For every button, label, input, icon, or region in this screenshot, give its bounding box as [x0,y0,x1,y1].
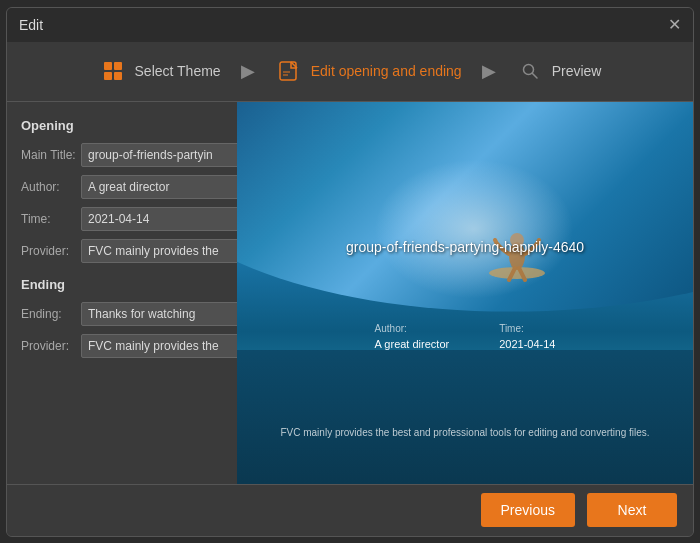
previous-button[interactable]: Previous [481,493,575,527]
edit-dialog: Edit ✕ Select Theme ▶ [6,7,694,537]
footer: Previous Next [7,484,693,536]
step-preview[interactable]: Preview [500,57,618,85]
toolbar: Select Theme ▶ Edit opening and ending ▶ [7,42,693,102]
step-edit-opening[interactable]: Edit opening and ending [259,57,478,85]
provider-input[interactable] [81,239,237,263]
time-col: Time: 2021-04-14 [499,323,555,350]
step-preview-label: Preview [552,63,602,79]
search-icon [516,57,544,85]
ending-section: Ending Ending: Provider: [21,277,223,358]
svg-rect-3 [114,72,122,80]
field-row-ending-provider: Provider: [21,334,223,358]
right-panel: group-of-friends-partying-happily-4640 A… [237,102,693,484]
preview-provider: FVC mainly provides the best and profess… [280,427,649,438]
step-select-theme[interactable]: Select Theme [83,57,237,85]
preview-background: group-of-friends-partying-happily-4640 A… [237,102,693,484]
close-button[interactable]: ✕ [668,17,681,33]
step-edit-label: Edit opening and ending [311,63,462,79]
arrow-1: ▶ [241,60,255,82]
field-row-provider: Provider: [21,239,223,263]
content-area: Opening Main Title: Author: Time: Provid… [7,102,693,484]
svg-rect-0 [104,62,112,70]
preview-title: group-of-friends-partying-happily-4640 [346,239,584,255]
field-label-provider: Provider: [21,244,81,258]
preview-time-label: Time: [499,323,555,334]
svg-line-6 [532,74,537,79]
dialog-title: Edit [19,17,43,33]
svg-rect-1 [114,62,122,70]
author-col: Author: A great director [375,323,450,350]
field-label-main-title: Main Title: [21,148,81,162]
ending-input[interactable] [81,302,237,326]
preview-author-value: A great director [375,338,450,350]
field-row-main-title: Main Title: [21,143,223,167]
preview-time-value: 2021-04-14 [499,338,555,350]
svg-rect-2 [104,72,112,80]
left-panel: Opening Main Title: Author: Time: Provid… [7,102,237,484]
grid-icon [99,57,127,85]
arrow-2: ▶ [482,60,496,82]
field-label-time: Time: [21,212,81,226]
field-label-author: Author: [21,180,81,194]
edit-icon [275,57,303,85]
field-label-ending: Ending: [21,307,81,321]
time-input[interactable] [81,207,237,231]
field-row-time: Time: [21,207,223,231]
next-button[interactable]: Next [587,493,677,527]
title-bar: Edit ✕ [7,8,693,42]
ending-section-title: Ending [21,277,223,292]
preview-author-label: Author: [375,323,450,334]
preview-author-time: Author: A great director Time: 2021-04-1… [375,323,556,350]
ocean-layer [237,350,693,484]
author-input[interactable] [81,175,237,199]
step-select-theme-label: Select Theme [135,63,221,79]
ending-provider-input[interactable] [81,334,237,358]
field-label-ending-provider: Provider: [21,339,81,353]
field-row-author: Author: [21,175,223,199]
field-row-ending: Ending: [21,302,223,326]
main-title-input[interactable] [81,143,237,167]
opening-section-title: Opening [21,118,223,133]
